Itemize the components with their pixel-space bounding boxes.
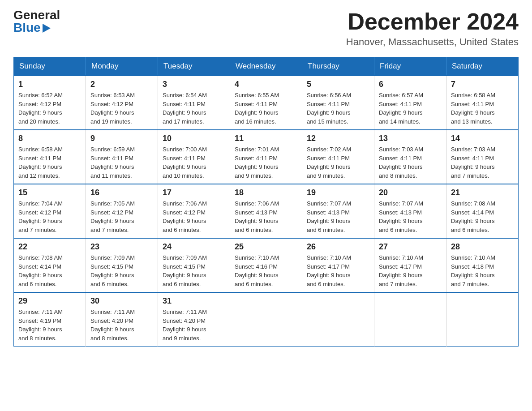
calendar-header-row: SundayMondayTuesdayWednesdayThursdayFrid… [14, 57, 519, 76]
calendar-week-4: 22Sunrise: 7:08 AMSunset: 4:14 PMDayligh… [14, 238, 519, 292]
calendar-cell: 22Sunrise: 7:08 AMSunset: 4:14 PMDayligh… [14, 238, 86, 292]
header-monday: Monday [86, 57, 158, 76]
day-info: Sunrise: 6:58 AMSunset: 4:11 PMDaylight:… [451, 91, 514, 126]
day-number: 12 [307, 134, 369, 143]
day-number: 19 [307, 188, 369, 197]
calendar-cell: 8Sunrise: 6:58 AMSunset: 4:11 PMDaylight… [14, 130, 86, 184]
calendar-cell: 21Sunrise: 7:08 AMSunset: 4:14 PMDayligh… [446, 184, 519, 238]
calendar-cell: 18Sunrise: 7:06 AMSunset: 4:13 PMDayligh… [230, 184, 302, 238]
calendar-cell: 11Sunrise: 7:01 AMSunset: 4:11 PMDayligh… [230, 130, 302, 184]
header-friday: Friday [374, 57, 446, 76]
day-number: 6 [379, 80, 442, 89]
day-number: 13 [379, 134, 442, 143]
day-info: Sunrise: 7:07 AMSunset: 4:13 PMDaylight:… [379, 199, 442, 234]
header-wednesday: Wednesday [230, 57, 302, 76]
logo-general-text: General [13, 9, 60, 21]
calendar-cell: 19Sunrise: 7:07 AMSunset: 4:13 PMDayligh… [302, 184, 374, 238]
calendar-cell: 23Sunrise: 7:09 AMSunset: 4:15 PMDayligh… [86, 238, 158, 292]
day-number: 16 [90, 188, 153, 197]
day-info: Sunrise: 7:10 AMSunset: 4:18 PMDaylight:… [451, 253, 514, 288]
calendar-cell: 13Sunrise: 7:03 AMSunset: 4:11 PMDayligh… [374, 130, 446, 184]
day-number: 2 [90, 80, 153, 89]
day-number: 24 [163, 242, 225, 252]
day-number: 17 [163, 188, 225, 197]
calendar-week-3: 15Sunrise: 7:04 AMSunset: 4:12 PMDayligh… [14, 184, 519, 238]
day-info: Sunrise: 6:52 AMSunset: 4:12 PMDaylight:… [18, 91, 81, 126]
day-number: 11 [235, 134, 297, 143]
day-number: 9 [90, 134, 153, 143]
calendar-cell: 5Sunrise: 6:56 AMSunset: 4:11 PMDaylight… [302, 76, 374, 130]
day-number: 14 [451, 134, 514, 143]
day-info: Sunrise: 7:03 AMSunset: 4:11 PMDaylight:… [451, 145, 514, 180]
day-number: 29 [18, 296, 81, 306]
calendar-cell: 25Sunrise: 7:10 AMSunset: 4:16 PMDayligh… [230, 238, 302, 292]
calendar-cell: 1Sunrise: 6:52 AMSunset: 4:12 PMDaylight… [14, 76, 86, 130]
day-number: 8 [18, 134, 81, 143]
day-number: 28 [451, 242, 514, 252]
day-info: Sunrise: 7:08 AMSunset: 4:14 PMDaylight:… [451, 199, 514, 234]
day-info: Sunrise: 6:56 AMSunset: 4:11 PMDaylight:… [307, 91, 369, 126]
header-tuesday: Tuesday [158, 57, 230, 76]
day-number: 27 [379, 242, 442, 252]
calendar-cell: 24Sunrise: 7:09 AMSunset: 4:15 PMDayligh… [158, 238, 230, 292]
day-info: Sunrise: 7:09 AMSunset: 4:15 PMDaylight:… [163, 253, 225, 288]
logo: General Blue [13, 9, 60, 34]
day-info: Sunrise: 7:06 AMSunset: 4:12 PMDaylight:… [163, 199, 225, 234]
calendar-cell: 26Sunrise: 7:10 AMSunset: 4:17 PMDayligh… [302, 238, 374, 292]
calendar-cell: 20Sunrise: 7:07 AMSunset: 4:13 PMDayligh… [374, 184, 446, 238]
day-info: Sunrise: 6:59 AMSunset: 4:11 PMDaylight:… [90, 145, 153, 180]
calendar-week-5: 29Sunrise: 7:11 AMSunset: 4:19 PMDayligh… [14, 292, 519, 347]
calendar-cell [230, 292, 302, 347]
day-info: Sunrise: 7:10 AMSunset: 4:16 PMDaylight:… [235, 253, 297, 288]
calendar-cell: 10Sunrise: 7:00 AMSunset: 4:11 PMDayligh… [158, 130, 230, 184]
logo-arrow-icon [43, 24, 51, 33]
day-info: Sunrise: 7:10 AMSunset: 4:17 PMDaylight:… [379, 253, 442, 288]
logo-blue-text: Blue [13, 21, 51, 34]
day-number: 26 [307, 242, 369, 252]
calendar-cell: 15Sunrise: 7:04 AMSunset: 4:12 PMDayligh… [14, 184, 86, 238]
day-number: 5 [307, 80, 369, 89]
calendar-cell: 31Sunrise: 7:11 AMSunset: 4:20 PMDayligh… [158, 292, 230, 347]
month-title: December 2024 [346, 9, 519, 34]
day-info: Sunrise: 6:53 AMSunset: 4:12 PMDaylight:… [90, 91, 153, 126]
calendar-cell: 16Sunrise: 7:05 AMSunset: 4:12 PMDayligh… [86, 184, 158, 238]
calendar-cell: 2Sunrise: 6:53 AMSunset: 4:12 PMDaylight… [86, 76, 158, 130]
calendar-cell: 28Sunrise: 7:10 AMSunset: 4:18 PMDayligh… [446, 238, 519, 292]
calendar-cell: 3Sunrise: 6:54 AMSunset: 4:11 PMDaylight… [158, 76, 230, 130]
day-info: Sunrise: 7:11 AMSunset: 4:19 PMDaylight:… [18, 308, 81, 342]
calendar-cell [446, 292, 519, 347]
day-info: Sunrise: 7:06 AMSunset: 4:13 PMDaylight:… [235, 199, 297, 234]
calendar-cell: 7Sunrise: 6:58 AMSunset: 4:11 PMDaylight… [446, 76, 519, 130]
day-info: Sunrise: 6:55 AMSunset: 4:11 PMDaylight:… [235, 91, 297, 126]
day-info: Sunrise: 7:02 AMSunset: 4:11 PMDaylight:… [307, 145, 369, 180]
calendar-week-2: 8Sunrise: 6:58 AMSunset: 4:11 PMDaylight… [14, 130, 519, 184]
calendar-cell: 4Sunrise: 6:55 AMSunset: 4:11 PMDaylight… [230, 76, 302, 130]
day-number: 4 [235, 80, 297, 89]
calendar-cell: 30Sunrise: 7:11 AMSunset: 4:20 PMDayligh… [86, 292, 158, 347]
day-number: 20 [379, 188, 442, 197]
day-info: Sunrise: 7:07 AMSunset: 4:13 PMDaylight:… [307, 199, 369, 234]
location-title: Hanover, Massachusetts, United States [346, 36, 519, 48]
day-number: 22 [18, 242, 81, 252]
calendar-cell: 14Sunrise: 7:03 AMSunset: 4:11 PMDayligh… [446, 130, 519, 184]
day-info: Sunrise: 7:11 AMSunset: 4:20 PMDaylight:… [90, 308, 153, 342]
calendar-cell: 6Sunrise: 6:57 AMSunset: 4:11 PMDaylight… [374, 76, 446, 130]
day-number: 3 [163, 80, 225, 89]
header-saturday: Saturday [446, 57, 519, 76]
day-info: Sunrise: 6:57 AMSunset: 4:11 PMDaylight:… [379, 91, 442, 126]
title-area: December 2024 Hanover, Massachusetts, Un… [346, 9, 519, 48]
day-number: 1 [18, 80, 81, 89]
day-number: 23 [90, 242, 153, 252]
day-info: Sunrise: 7:10 AMSunset: 4:17 PMDaylight:… [307, 253, 369, 288]
day-info: Sunrise: 7:03 AMSunset: 4:11 PMDaylight:… [379, 145, 442, 180]
calendar-cell [374, 292, 446, 347]
day-number: 7 [451, 80, 514, 89]
day-info: Sunrise: 6:58 AMSunset: 4:11 PMDaylight:… [18, 145, 81, 180]
day-number: 15 [18, 188, 81, 197]
day-number: 30 [90, 296, 153, 306]
calendar-cell: 27Sunrise: 7:10 AMSunset: 4:17 PMDayligh… [374, 238, 446, 292]
calendar-cell [302, 292, 374, 347]
calendar-cell: 9Sunrise: 6:59 AMSunset: 4:11 PMDaylight… [86, 130, 158, 184]
day-info: Sunrise: 7:04 AMSunset: 4:12 PMDaylight:… [18, 199, 81, 234]
day-info: Sunrise: 6:54 AMSunset: 4:11 PMDaylight:… [163, 91, 225, 126]
